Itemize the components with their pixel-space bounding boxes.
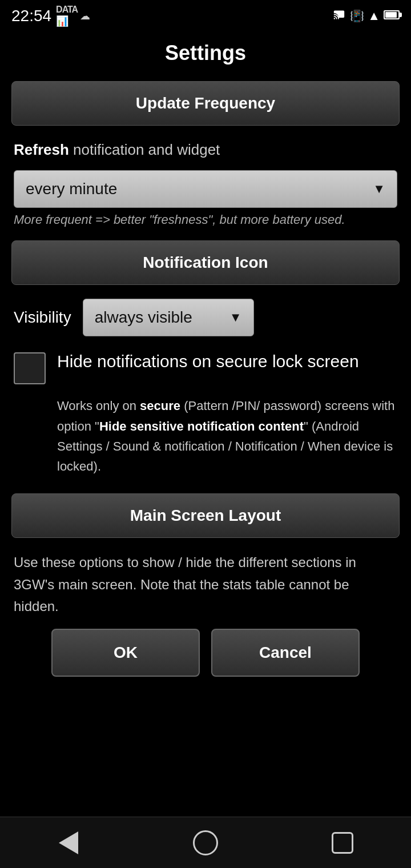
cast-icon xyxy=(332,9,346,23)
lock-screen-description: Works only on secure (Pattern /PIN/ pass… xyxy=(57,396,397,476)
wifi-icon: ▲ xyxy=(368,9,380,23)
battery-icon xyxy=(384,10,400,22)
nav-recents-button[interactable] xyxy=(320,826,365,860)
main-screen-header: Main Screen Layout xyxy=(11,493,400,538)
nav-back-button[interactable] xyxy=(46,826,91,860)
lock-screen-checkbox[interactable] xyxy=(14,352,46,384)
page-title: Settings xyxy=(0,30,411,81)
frequency-hint: More frequent => better "freshness", but… xyxy=(14,210,397,229)
cancel-button[interactable]: Cancel xyxy=(211,629,360,677)
visibility-row: Visibility always visible ▼ xyxy=(14,299,397,336)
nav-home-button[interactable] xyxy=(183,826,228,860)
home-icon xyxy=(193,830,218,855)
ok-button[interactable]: OK xyxy=(51,629,200,677)
lock-screen-label: Hide notifications on secure lock screen xyxy=(57,350,397,372)
recents-icon xyxy=(332,832,353,854)
back-icon xyxy=(59,831,78,854)
data-icon: DATA📊 xyxy=(56,5,78,27)
frequency-dropdown[interactable]: every minute ▼ xyxy=(14,170,397,208)
button-row: OK Cancel xyxy=(0,629,411,677)
refresh-label: Refresh notification and widget xyxy=(14,139,397,160)
update-frequency-header: Update Frequency xyxy=(11,81,400,126)
cloud-icon: ☁ xyxy=(80,10,90,22)
visibility-label: Visibility xyxy=(14,308,71,327)
frequency-dropdown-value: every minute xyxy=(26,180,117,198)
notification-icon-header: Notification Icon xyxy=(11,240,400,285)
lock-screen-checkbox-row[interactable]: Hide notifications on secure lock screen xyxy=(0,350,411,384)
status-time: 22:54 xyxy=(11,7,51,25)
main-screen-description: Use these options to show / hide the dif… xyxy=(0,552,411,617)
visibility-dropdown[interactable]: always visible ▼ xyxy=(83,299,254,336)
visibility-dropdown-value: always visible xyxy=(95,308,192,327)
frequency-dropdown-arrow: ▼ xyxy=(373,182,385,196)
navigation-bar xyxy=(0,817,411,868)
visibility-dropdown-arrow: ▼ xyxy=(229,310,242,325)
status-bar: 22:54 DATA📊 ☁ 📳 ▲ xyxy=(0,0,411,30)
vibrate-icon: 📳 xyxy=(350,9,364,23)
